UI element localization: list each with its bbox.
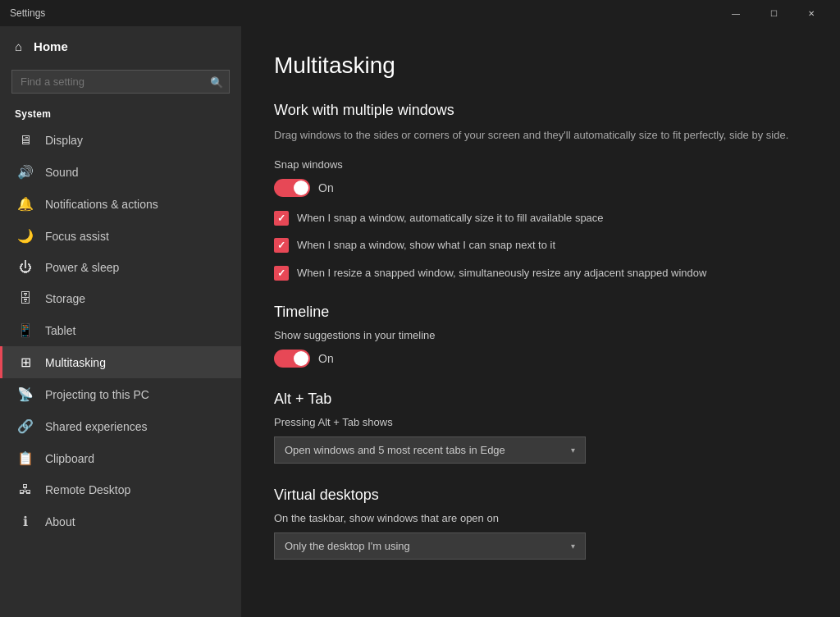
checkbox-3-text: When I resize a snapped window, simultan… [297,265,706,281]
sidebar-search-container: 🔍 [11,70,230,94]
checkbox-2[interactable] [274,238,289,253]
sidebar-item-label: Shared experiences [45,420,148,433]
sidebar-item-label: Remote Desktop [45,483,130,496]
notifications-icon: 🔔 [17,196,34,212]
sidebar-item-projecting[interactable]: 📡 Projecting to this PC [0,378,241,410]
about-icon: ℹ [17,514,34,529]
sidebar-item-label: Sound [45,166,78,179]
maximize-button[interactable]: ☐ [755,0,792,26]
search-input[interactable] [11,70,230,94]
sidebar-item-label: Tablet [45,324,75,337]
snap-toggle-state: On [318,181,334,194]
checkbox-row-1: When I snap a window, automatically size… [274,210,807,226]
sidebar-item-label: Storage [45,292,85,305]
virtual-desktop-dropdown[interactable]: Only the desktop I'm using ▾ [274,532,586,560]
section-timeline: Timeline Show suggestions in your timeli… [274,304,807,368]
virtual-desktop-dropdown-row: Only the desktop I'm using ▾ [274,532,807,560]
suggestions-label: Show suggestions in your timeline [274,329,807,341]
sidebar-item-sound[interactable]: 🔊 Sound [0,156,241,188]
focus-icon: 🌙 [17,228,34,244]
sidebar-item-label: Clipboard [45,452,94,465]
minimize-button[interactable]: — [717,0,755,26]
close-button[interactable]: ✕ [792,0,830,26]
snap-toggle[interactable] [274,179,310,197]
checkbox-3[interactable] [274,266,289,281]
sidebar-item-remote[interactable]: 🖧 Remote Desktop [0,474,241,505]
sidebar-item-label: Multitasking [45,356,106,369]
chevron-down-icon: ▾ [571,446,575,455]
tablet-icon: 📱 [17,322,34,338]
sidebar-item-power[interactable]: ⏻ Power & sleep [0,252,241,283]
snap-toggle-row: On [274,179,807,197]
virtual-desktop-dropdown-value: Only the desktop I'm using [285,540,410,552]
suggestions-toggle[interactable] [274,350,310,368]
titlebar: Settings — ☐ ✕ [0,0,840,26]
sidebar-item-clipboard[interactable]: 📋 Clipboard [0,442,241,474]
sidebar-item-notifications[interactable]: 🔔 Notifications & actions [0,188,241,220]
home-icon: ⌂ [15,39,22,53]
sidebar-home-label: Home [34,39,68,53]
remote-icon: 🖧 [17,482,34,497]
checkbox-row-3: When I resize a snapped window, simultan… [274,265,807,281]
suggestions-toggle-row: On [274,350,807,368]
shared-icon: 🔗 [17,418,34,434]
checkbox-1-text: When I snap a window, automatically size… [297,210,604,226]
taskbar-label: On the taskbar, show windows that are op… [274,512,807,524]
section-alttab: Alt + Tab Pressing Alt + Tab shows Open … [274,391,807,464]
section1-desc: Drag windows to the sides or corners of … [274,127,807,144]
sidebar-section-label: System [0,102,241,125]
section2-title: Timeline [274,304,807,321]
sidebar-item-shared[interactable]: 🔗 Shared experiences [0,410,241,442]
sidebar-item-home[interactable]: ⌂ Home [0,26,241,66]
sound-icon: 🔊 [17,164,34,180]
sidebar-item-label: About [45,515,75,528]
sidebar-item-display[interactable]: 🖥 Display [0,125,241,156]
sidebar-item-focus[interactable]: 🌙 Focus assist [0,220,241,252]
alttab-dropdown-row: Open windows and 5 most recent tabs in E… [274,436,807,464]
projecting-icon: 📡 [17,386,34,402]
section-virtual-desktops: Virtual desktops On the taskbar, show wi… [274,487,807,560]
display-icon: 🖥 [17,133,34,148]
app-body: ⌂ Home 🔍 System 🖥 Display 🔊 Sound 🔔 Noti… [0,26,840,617]
section4-title: Virtual desktops [274,487,807,504]
search-icon: 🔍 [210,75,223,88]
sidebar-item-label: Display [45,134,83,147]
suggestions-toggle-state: On [318,352,334,365]
sidebar: ⌂ Home 🔍 System 🖥 Display 🔊 Sound 🔔 Noti… [0,26,241,617]
power-icon: ⏻ [17,260,34,275]
chevron-down-icon-2: ▾ [571,542,575,551]
page-title: Multitasking [274,53,807,79]
section-multiple-windows: Work with multiple windows Drag windows … [274,102,807,281]
sidebar-item-storage[interactable]: 🗄 Storage [0,283,241,314]
sidebar-item-label: Notifications & actions [45,198,158,211]
section3-title: Alt + Tab [274,391,807,408]
sidebar-item-about[interactable]: ℹ About [0,505,241,537]
checkbox-row-2: When I snap a window, show what I can sn… [274,237,807,254]
pressing-label: Pressing Alt + Tab shows [274,416,807,428]
storage-icon: 🗄 [17,291,34,306]
sidebar-item-multitasking[interactable]: ⊞ Multitasking [0,346,241,378]
alttab-dropdown[interactable]: Open windows and 5 most recent tabs in E… [274,436,586,464]
content-area: Multitasking Work with multiple windows … [241,26,840,617]
clipboard-icon: 📋 [17,450,34,466]
sidebar-item-tablet[interactable]: 📱 Tablet [0,314,241,346]
snap-windows-label: Snap windows [274,158,807,171]
alttab-dropdown-value: Open windows and 5 most recent tabs in E… [285,444,505,456]
checkbox-1[interactable] [274,211,289,226]
sidebar-item-label: Power & sleep [45,261,119,274]
checkbox-2-text: When I snap a window, show what I can sn… [297,237,555,254]
multitasking-icon: ⊞ [17,354,34,370]
sidebar-item-label: Focus assist [45,230,109,243]
sidebar-item-label: Projecting to this PC [45,388,149,401]
section1-title: Work with multiple windows [274,102,807,119]
titlebar-controls: — ☐ ✕ [717,0,830,26]
titlebar-title: Settings [10,7,717,19]
